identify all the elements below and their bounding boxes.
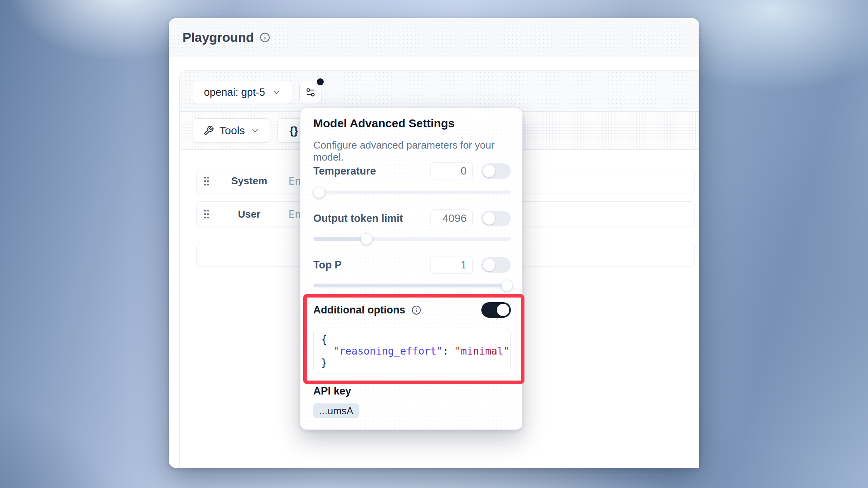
slider-knob[interactable] [361,233,372,245]
slider-track [313,284,511,287]
tools-dropdown[interactable]: Tools [193,118,270,143]
model-advanced-settings-popover: Model Advanced Settings Configure advanc… [300,108,523,430]
slider-knob[interactable] [501,280,513,291]
top-p-slider[interactable] [313,280,511,291]
temperature-toggle[interactable] [481,163,511,179]
additional-options-toggle[interactable] [481,302,511,318]
info-icon [411,305,421,315]
param-row-top-p: Top P [313,256,511,274]
param-row-output-token-limit: Output token limit [313,209,511,227]
api-key-label: API key [313,385,351,397]
toggle-knob [483,259,495,271]
temperature-slider[interactable] [313,187,511,198]
toggle-knob [497,304,509,316]
output-token-limit-label: Output token limit [313,213,403,224]
message-role-label: User [220,208,278,220]
top-p-input[interactable] [431,256,473,274]
output-token-limit-toggle[interactable] [481,211,511,226]
popover-title: Model Advanced Settings [313,117,455,130]
output-token-limit-slider[interactable] [313,233,511,245]
temperature-label: Temperature [313,165,376,177]
additional-options-header: Additional options [313,302,511,318]
tools-label: Tools [219,125,245,137]
additional-options-json-editor[interactable]: { "reasoning_effort": "minimal" } [313,329,511,374]
top-p-toggle[interactable] [481,257,511,273]
model-selector[interactable]: openai: gpt-5 [193,81,292,104]
wrench-icon [203,125,214,136]
json-open-brace: { [321,334,327,345]
model-selector-label: openai: gpt-5 [204,87,265,99]
info-icon [260,32,270,43]
chevron-down-icon [271,87,281,97]
toggle-knob [483,212,495,225]
json-separator: : [443,345,455,357]
settings-sliders-icon [305,87,316,98]
json-value: "minimal" [455,345,509,357]
settings-notification-dot [317,78,324,85]
slider-fill [313,284,507,287]
page-header: Playground [169,18,699,57]
chevron-down-icon [250,126,260,135]
slider-track [313,237,511,241]
grip-vertical-icon[interactable] [203,209,210,220]
slider-knob[interactable] [313,187,325,198]
slider-track [313,190,511,194]
popover-subtitle: Configure advanced parameters for your m… [313,139,522,163]
model-settings-button[interactable] [299,81,321,104]
toggle-knob [483,165,495,177]
output-token-limit-input[interactable] [431,209,473,227]
top-p-label: Top P [313,259,342,271]
page-title: Playground [182,30,254,45]
param-row-temperature: Temperature [313,162,511,180]
json-close-brace: } [321,357,327,369]
api-key-value-badge[interactable]: ...umsA [313,403,359,418]
message-role-label: System [220,175,278,187]
model-bar: openai: gpt-5 [180,71,699,112]
temperature-input[interactable] [431,162,473,180]
grip-vertical-icon[interactable] [203,176,210,187]
slider-fill [313,237,366,241]
json-key: "reasoning_effort" [333,345,443,357]
additional-options-label: Additional options [313,304,405,316]
braces-label: {} [290,125,298,137]
highlight-rectangle: Additional options { "reasoning_effort":… [303,294,524,384]
